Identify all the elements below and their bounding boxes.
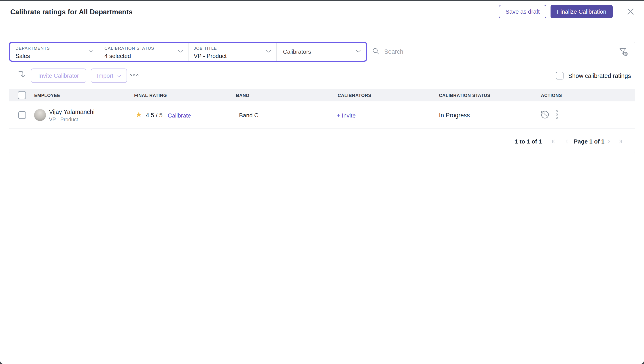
more-options-icon[interactable] [130,74,138,76]
search-bar [372,42,616,62]
final-rating-value: 4.5 / 5 [146,112,162,119]
invite-link[interactable]: + Invite [337,112,356,119]
chevron-down-icon [266,50,271,54]
filter-departments[interactable]: DEPARTMENTS Sales [10,43,99,61]
calibrate-link[interactable]: Calibrate [168,112,191,119]
row-checkbox[interactable] [18,111,26,119]
employee-job-title: VP - Product [49,117,78,123]
show-calibrated-label: Show calibrated ratings [568,73,631,79]
filter-calibrators[interactable]: Calibrators [276,43,366,61]
row-kebab-menu-icon[interactable] [556,110,558,119]
finalize-calibration-button[interactable]: Finalize Calibration [550,5,613,18]
finalize-calibration-label: Finalize Calibration [557,8,606,15]
invite-calibrator-button[interactable]: Invite Calibrator [31,69,86,83]
next-page-icon[interactable] [606,139,611,144]
filter-calibration-status-value: 4 selected [104,53,188,60]
pagination-page: Page 1 of 1 [574,138,604,145]
chevron-down-icon [88,50,94,54]
column-header-calibration-status: CALIBRATION STATUS [439,93,490,98]
filter-row-divider [9,62,635,62]
import-button[interactable]: Import [91,69,127,83]
first-page-icon[interactable] [552,139,557,144]
chevron-down-icon [356,50,361,54]
avatar [34,109,46,121]
invite-calibrator-label: Invite Calibrator [38,72,79,79]
filter-departments-label: DEPARTMENTS [16,46,99,51]
last-page-icon[interactable] [617,139,622,144]
chevron-down-icon [178,50,183,54]
filter-group: DEPARTMENTS Sales CALIBRATION STATUS 4 s… [9,42,367,62]
column-header-actions: ACTIONS [541,93,562,98]
clear-filters-icon[interactable] [617,46,629,58]
show-calibrated-checkbox[interactable] [556,72,564,79]
column-header-final-rating: FINAL RATING [134,93,167,98]
column-header-employee: EMPLOYEE [34,93,60,98]
save-as-draft-button[interactable]: Save as draft [499,5,546,18]
chevron-down-icon [116,72,121,79]
band-value: Band C [239,112,258,119]
move-down-arrow-icon[interactable] [17,69,26,79]
import-label: Import [97,72,113,79]
filter-calibration-status[interactable]: CALIBRATION STATUS 4 selected [99,43,188,61]
filter-calibrators-placeholder: Calibrators [283,48,311,55]
search-icon [372,48,380,56]
calibration-status-value: In Progress [439,112,470,119]
page-title: Calibrate ratings for All Departments [10,8,132,16]
history-icon[interactable] [540,110,550,119]
filter-job-title-value: VP - Product [194,53,276,60]
filter-calibration-status-label: CALIBRATION STATUS [104,46,188,51]
column-header-band: BAND [236,93,249,98]
topbar-divider [0,23,644,23]
close-icon[interactable] [625,6,636,17]
save-as-draft-label: Save as draft [505,8,540,15]
column-header-calibrators: CALIBRATORS [338,93,371,98]
row-divider [9,128,635,129]
filter-job-title[interactable]: JOB TITLE VP - Product [188,43,277,61]
search-input[interactable] [384,48,616,55]
filter-departments-value: Sales [16,53,99,60]
star-icon: ★ [136,111,142,118]
calibration-page: Calibrate ratings for All Departments Sa… [0,0,644,364]
filter-job-title-label: JOB TITLE [194,46,276,51]
select-all-checkbox[interactable] [18,91,26,99]
previous-page-icon[interactable] [564,139,570,144]
employee-name: Vijay Yalamanchi [49,109,94,115]
pagination-range: 1 to 1 of 1 [515,138,542,145]
